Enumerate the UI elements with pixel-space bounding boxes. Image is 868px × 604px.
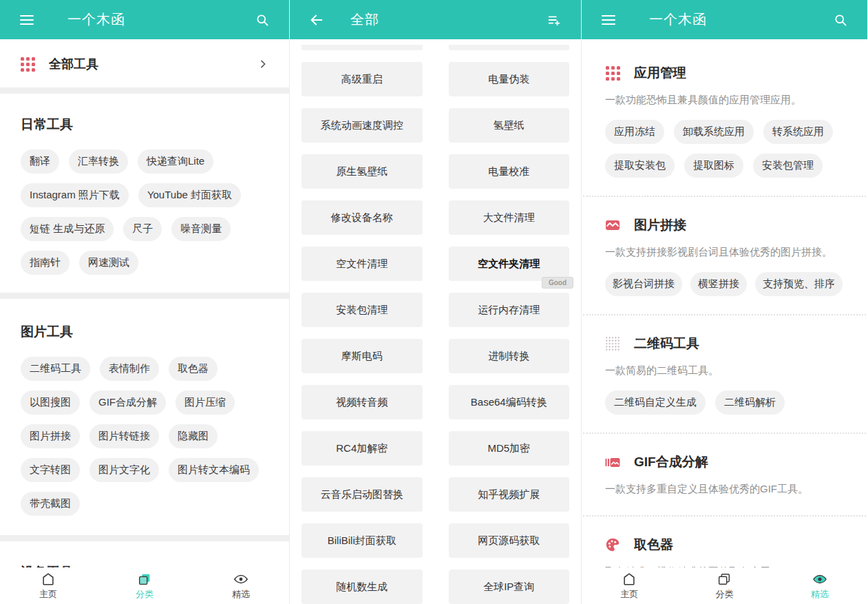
tool-button[interactable]: 氢壁纸 (449, 108, 570, 143)
app-management-icon (606, 66, 620, 81)
tool-button[interactable]: MD5加密 (449, 431, 570, 466)
nav-categories[interactable]: 分类 (96, 572, 193, 601)
hamburger-icon (602, 15, 615, 25)
tool-chip[interactable]: 带壳截图 (21, 492, 80, 516)
featured-qrcode-tools[interactable]: 二维码工具 一款简易的二维码工具。 二维码自定义生成 二维码解析 (582, 335, 867, 415)
menu-button[interactable] (18, 11, 36, 29)
tool-chip[interactable]: 图片转文本编码 (169, 458, 259, 482)
tool-chip[interactable]: 噪音测量 (171, 217, 231, 241)
home-icon (41, 572, 56, 587)
feature-chip[interactable]: 影视台词拼接 (605, 272, 682, 296)
tool-button[interactable]: 随机数生成 (301, 570, 423, 604)
panel-categories: 一个木函 全部工具 日常工具 翻译 汇率转换 快递查询Lite Instagra… (0, 0, 290, 604)
tool-chip[interactable]: 网速测试 (79, 251, 138, 275)
tool-chip[interactable]: 快递查询Lite (138, 149, 213, 174)
tool-chip[interactable]: 尺子 (123, 217, 162, 241)
feature-chip[interactable]: 卸载系统应用 (674, 120, 754, 144)
page-title: 全部 (350, 10, 379, 29)
right-appbar: 一个木函 (582, 0, 867, 39)
tool-button[interactable]: 云音乐启动图替换 (301, 477, 423, 512)
tool-chip[interactable]: 取色器 (169, 357, 218, 381)
divider (0, 87, 289, 94)
tool-grid: 高级重启 电量伪装 系统动画速度调控 氢壁纸 原生氢壁纸 电量校准 修改设备名称… (290, 39, 581, 604)
tool-chip[interactable]: 图片转链接 (89, 424, 159, 448)
tool-chip[interactable]: 文字转图 (21, 458, 80, 482)
nav-label: 精选 (232, 588, 250, 601)
tool-chip[interactable]: 短链 生成与还原 (21, 217, 114, 241)
nav-label: 主页 (620, 588, 638, 601)
tool-button-label: 空文件夹清理 (478, 258, 540, 271)
feature-chip[interactable]: 提取图标 (684, 154, 743, 178)
section-image-tools: 图片工具 二维码工具 表情制作 取色器 以图搜图 GIF合成分解 图片压缩 图片… (0, 323, 289, 516)
tool-chip[interactable]: 指南针 (21, 251, 70, 275)
tool-button[interactable]: 视频转音频 (301, 385, 423, 419)
tool-button[interactable]: 大文件清理 (449, 200, 570, 235)
tool-chip[interactable]: YouTube 封面获取 (138, 183, 241, 207)
tool-button[interactable]: BiliBili封面获取 (301, 523, 423, 558)
feature-chip[interactable]: 二维码解析 (715, 390, 785, 415)
tool-button[interactable]: 原生氢壁纸 (301, 154, 423, 189)
tool-chip[interactable]: 以图搜图 (21, 390, 80, 415)
tool-button[interactable]: 高级重启 (301, 62, 423, 96)
playlist-add-icon (547, 12, 562, 28)
all-tools-card[interactable]: 全部工具 (0, 39, 289, 87)
tool-button[interactable]: 网页源码获取 (449, 523, 570, 558)
cutoff-button (301, 45, 423, 50)
tool-chip[interactable]: 图片文字化 (89, 458, 159, 482)
feature-chip[interactable]: 转系统应用 (763, 120, 833, 144)
nav-featured[interactable]: 精选 (193, 572, 289, 601)
cutoff-button (449, 45, 570, 50)
tool-button[interactable]: 全球IP查询 (449, 570, 570, 604)
tool-chip[interactable]: 表情制作 (100, 357, 159, 381)
nav-home[interactable]: 主页 (582, 572, 677, 601)
feature-chip[interactable]: 提取安装包 (605, 154, 675, 178)
nav-categories[interactable]: 分类 (677, 572, 772, 601)
feature-chip[interactable]: 横竖拼接 (690, 272, 747, 296)
nav-label: 精选 (811, 588, 829, 601)
nav-featured[interactable]: 精选 (772, 572, 867, 601)
feature-chip[interactable]: 安装包管理 (753, 154, 823, 178)
tool-button[interactable]: 空文件清理 (301, 247, 423, 281)
divider (583, 433, 866, 434)
gif-icon (605, 455, 620, 470)
tool-chip[interactable]: GIF合成分解 (89, 390, 166, 415)
feature-chip[interactable]: 支持预览、排序 (755, 272, 843, 296)
section-title: 图片工具 (21, 323, 268, 341)
back-button[interactable] (308, 11, 326, 29)
tool-chip[interactable]: 二维码工具 (21, 357, 90, 381)
featured-title: 取色器 (634, 536, 673, 554)
tool-chip[interactable]: 翻译 (21, 149, 59, 174)
tool-button[interactable]: 运行内存清理 (449, 293, 570, 327)
nav-home[interactable]: 主页 (0, 572, 96, 601)
all-tools-label: 全部工具 (49, 56, 257, 72)
tool-button[interactable]: 知乎视频扩展 (449, 477, 570, 512)
home-icon (622, 572, 637, 587)
tool-button[interactable]: 系统动画速度调控 (301, 108, 423, 143)
tool-button[interactable]: 电量伪装 (449, 62, 570, 96)
tool-chip[interactable]: 汇率转换 (69, 149, 128, 174)
tool-button[interactable]: 电量校准 (449, 154, 570, 189)
tool-button[interactable]: RC4加解密 (301, 431, 423, 466)
featured-image-stitch[interactable]: 图片拼接 一款支持拼接影视剧台词且体验优秀的图片拼接。 影视台词拼接 横竖拼接 … (582, 216, 867, 296)
tool-button[interactable]: 修改设备名称 (301, 200, 423, 235)
app-title: 一个木函 (649, 10, 707, 29)
tool-button[interactable]: Base64编码转换 (449, 385, 570, 419)
divider (583, 196, 866, 197)
sort-button[interactable] (545, 11, 563, 29)
tool-chip[interactable]: 隐藏图 (169, 424, 218, 448)
search-button[interactable] (253, 11, 271, 29)
tool-chip[interactable]: 图片压缩 (176, 390, 235, 415)
feature-chip[interactable]: 二维码自定义生成 (605, 390, 706, 415)
eye-icon (233, 572, 249, 587)
tool-button-empty-folder-clean[interactable]: 空文件夹清理Good (449, 247, 570, 281)
featured-gif-tools[interactable]: GIF合成分解 一款支持多重自定义且体验优秀的GIF工具。 (582, 453, 867, 496)
menu-button[interactable] (600, 11, 617, 29)
tool-button[interactable]: 安装包清理 (301, 293, 423, 327)
tool-button[interactable]: 摩斯电码 (301, 339, 423, 373)
tool-button[interactable]: 进制转换 (449, 339, 570, 373)
tool-chip[interactable]: Instagram 照片下载 (21, 183, 129, 207)
feature-chip[interactable]: 应用冻结 (605, 120, 664, 144)
tool-chip[interactable]: 图片拼接 (21, 424, 80, 448)
featured-app-management[interactable]: 应用管理 一款功能恐怖且兼具颜值的应用管理应用。 应用冻结 卸载系统应用 转系统… (582, 64, 867, 178)
search-button[interactable] (832, 11, 849, 29)
